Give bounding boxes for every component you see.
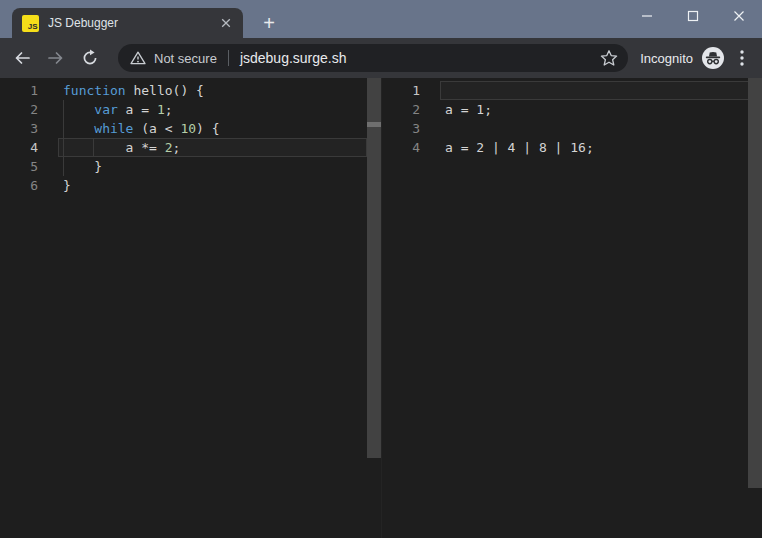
line-number[interactable]: 5 [0, 157, 38, 176]
code-token: (a < [133, 121, 180, 136]
line-number[interactable]: 1 [382, 81, 420, 100]
code-line-3[interactable]: 3 [382, 119, 762, 138]
code-token: 10 [180, 121, 196, 136]
line-number[interactable]: 4 [0, 138, 38, 157]
code-token [63, 102, 94, 117]
code-token: while [94, 121, 133, 136]
code-token: function [63, 83, 126, 98]
code-line-2[interactable]: 2 var a = 1; [0, 100, 381, 119]
browser-toolbar: Not secure jsdebug.surge.sh Incognito [0, 38, 762, 78]
values-editor[interactable]: 12a = 1;34a = 2 | 4 | 8 | 16; [382, 78, 762, 157]
scrollbar-cursor-marker [367, 122, 381, 127]
incognito-avatar-icon[interactable] [702, 47, 724, 69]
line-number[interactable]: 2 [382, 100, 420, 119]
code-token [63, 121, 94, 136]
tab-strip: JS JS Debugger + [0, 0, 762, 38]
omnibox-separator [228, 50, 229, 66]
line-number[interactable]: 6 [0, 176, 38, 195]
indent-guide [93, 138, 94, 157]
page-content: 1function hello() {2 var a = 1;3 while (… [0, 78, 762, 538]
menu-kebab-icon[interactable] [732, 44, 752, 72]
forward-icon[interactable] [42, 44, 70, 72]
code-token: var [94, 102, 117, 117]
line-content[interactable]: function hello() { [63, 81, 204, 100]
line-content[interactable]: } [63, 176, 71, 195]
code-line-6[interactable]: 6} [0, 176, 381, 195]
code-line-1[interactable]: 1 [382, 81, 762, 100]
line-content[interactable]: var a = 1; [63, 100, 173, 119]
code-token: a = 2 | 4 | 8 | 16; [445, 140, 594, 155]
favicon-text: JS [28, 23, 38, 31]
code-line-3[interactable]: 3 while (a < 10) { [0, 119, 381, 138]
code-line-4[interactable]: 4 a *= 2; [0, 138, 381, 157]
code-token: a = [118, 102, 157, 117]
code-token: } [63, 159, 102, 174]
indent-guide [63, 157, 64, 176]
source-editor[interactable]: 1function hello() {2 var a = 1;3 while (… [0, 78, 381, 195]
code-line-1[interactable]: 1function hello() { [0, 81, 381, 100]
line-number[interactable]: 3 [382, 119, 420, 138]
code-token: a = 1; [445, 102, 492, 117]
incognito-label: Incognito [640, 51, 693, 66]
back-icon[interactable] [8, 44, 36, 72]
window-controls [624, 0, 762, 32]
url-text[interactable]: jsdebug.surge.sh [240, 50, 347, 66]
new-tab-button[interactable]: + [255, 9, 283, 37]
code-token: a *= [63, 140, 165, 155]
code-line-5[interactable]: 5 } [0, 157, 381, 176]
reload-icon[interactable] [76, 44, 104, 72]
code-token: 1 [157, 102, 165, 117]
minimize-button[interactable] [624, 0, 670, 32]
source-editor-pane: 1function hello() {2 var a = 1;3 while (… [0, 78, 381, 538]
code-token: ) { [196, 121, 219, 136]
js-favicon-icon: JS [22, 15, 39, 32]
line-number[interactable]: 2 [0, 100, 38, 119]
address-bar[interactable]: Not secure jsdebug.surge.sh [118, 44, 628, 72]
maximize-button[interactable] [670, 0, 716, 32]
current-line-highlight [440, 81, 749, 100]
code-token: } [63, 178, 71, 193]
source-editor-scrollbar[interactable] [367, 78, 381, 458]
indent-guide [63, 100, 64, 119]
line-number[interactable]: 1 [0, 81, 38, 100]
tab-title: JS Debugger [48, 16, 217, 30]
browser-window: JS JS Debugger + [0, 0, 762, 538]
code-token: 2 [165, 140, 173, 155]
code-token: ; [173, 140, 181, 155]
code-token: hello() { [126, 83, 204, 98]
code-line-4[interactable]: 4a = 2 | 4 | 8 | 16; [382, 138, 762, 157]
tab-js-debugger[interactable]: JS JS Debugger [12, 8, 243, 38]
line-content[interactable]: while (a < 10) { [63, 119, 220, 138]
code-line-2[interactable]: 2a = 1; [382, 100, 762, 119]
line-number[interactable]: 4 [382, 138, 420, 157]
tab-close-icon[interactable] [217, 14, 235, 32]
bookmark-star-icon[interactable] [600, 49, 618, 67]
line-content[interactable]: a = 2 | 4 | 8 | 16; [445, 138, 594, 157]
values-editor-scrollbar[interactable] [748, 78, 762, 488]
line-content[interactable]: a = 1; [445, 100, 492, 119]
line-content[interactable]: } [63, 157, 102, 176]
line-content[interactable]: a *= 2; [63, 138, 180, 157]
code-token: ; [165, 102, 173, 117]
indent-guide [63, 119, 64, 138]
not-secure-warning-icon[interactable] [130, 50, 146, 66]
values-editor-pane: 12a = 1;34a = 2 | 4 | 8 | 16; [381, 78, 762, 538]
close-window-button[interactable] [716, 0, 762, 32]
indent-guide [63, 138, 64, 157]
security-label: Not secure [154, 51, 217, 66]
line-number[interactable]: 3 [0, 119, 38, 138]
